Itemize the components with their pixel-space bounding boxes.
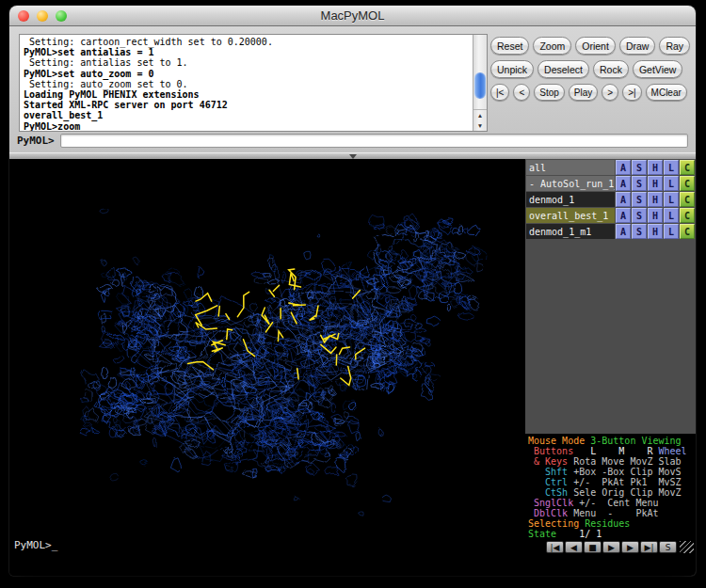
vcr-button[interactable]: ▶ xyxy=(621,541,639,553)
object-a-button[interactable]: A xyxy=(616,192,631,207)
object-a-button[interactable]: A xyxy=(616,176,631,191)
object-h-button[interactable]: H xyxy=(648,208,663,223)
control-button[interactable]: > xyxy=(602,84,618,101)
vcr-button[interactable]: ▶| xyxy=(640,541,658,553)
object-name[interactable]: denmod_1 xyxy=(526,192,615,207)
vcr-controls: |◀◀■▶▶▶|S xyxy=(525,539,696,576)
object-a-button[interactable]: A xyxy=(616,160,631,175)
object-a-button[interactable]: A xyxy=(616,224,631,239)
mouse-panel-text: Shft xyxy=(528,467,573,477)
object-s-button[interactable]: S xyxy=(632,192,647,207)
object-l-button[interactable]: L xyxy=(664,208,679,223)
mouse-panel: Mouse Mode 3-Button Viewing Buttons L M … xyxy=(525,434,696,539)
control-button[interactable]: Rock xyxy=(593,60,629,78)
object-s-button[interactable]: S xyxy=(632,160,647,175)
vcr-button[interactable]: ■ xyxy=(584,541,602,553)
control-button[interactable]: |< xyxy=(490,84,509,101)
close-button[interactable] xyxy=(18,10,29,22)
resize-grip[interactable] xyxy=(680,541,694,553)
mouse-panel-line: Shft +Box -Box Clip MovS xyxy=(528,467,696,477)
vcr-button[interactable]: S xyxy=(659,541,677,553)
pane-splitter[interactable] xyxy=(9,152,696,159)
mouse-panel-text: Ctrl xyxy=(528,477,573,487)
titlebar[interactable]: MacPyMOL xyxy=(9,6,696,26)
mouse-panel-line: Buttons L M R Wheel xyxy=(528,446,696,456)
console-line: PyMOL>zoom xyxy=(24,121,473,131)
control-button[interactable]: Unpick xyxy=(490,60,534,78)
vcr-button[interactable]: |◀ xyxy=(546,541,564,553)
object-s-button[interactable]: S xyxy=(632,176,647,191)
object-c-button[interactable]: C xyxy=(680,224,695,239)
viewport[interactable]: PyMOL>_ xyxy=(9,159,525,576)
control-button[interactable]: < xyxy=(513,84,530,101)
object-l-button[interactable]: L xyxy=(664,224,679,239)
object-c-button[interactable]: C xyxy=(680,208,695,223)
control-button[interactable]: Zoom xyxy=(533,37,571,55)
console-log: Setting: cartoon_rect_width set to 0.200… xyxy=(20,35,473,131)
scrollbar-thumb[interactable] xyxy=(474,72,486,99)
upper-pane: Setting: cartoon_rect_width set to 0.200… xyxy=(9,26,696,152)
object-h-button[interactable]: H xyxy=(648,192,663,207)
control-button[interactable]: GetView xyxy=(633,60,683,78)
object-name[interactable]: all xyxy=(526,160,615,175)
control-button[interactable]: Draw xyxy=(619,37,656,55)
mouse-panel-text: Buttons xyxy=(528,446,573,456)
object-l-button[interactable]: L xyxy=(664,176,679,191)
prompt-label: PyMOL> xyxy=(17,135,55,147)
object-name[interactable]: denmod_1_m1 xyxy=(526,224,615,239)
control-button[interactable]: Stop xyxy=(534,84,565,101)
scroll-down-icon[interactable]: ▼ xyxy=(473,120,487,131)
mouse-panel-text: Menu - PkAt xyxy=(573,508,658,518)
control-button[interactable]: Orient xyxy=(575,37,616,55)
object-row: denmod_1ASHLC xyxy=(526,192,695,207)
object-c-button[interactable]: C xyxy=(680,176,695,191)
object-name[interactable]: overall_best_1 xyxy=(526,208,615,223)
mouse-panel-text: CtSh xyxy=(528,487,573,498)
object-l-button[interactable]: L xyxy=(664,160,679,175)
console-line: PyMOL>set antialias = 1 xyxy=(24,47,473,57)
object-h-button[interactable]: H xyxy=(648,160,663,175)
macpymol-window: MacPyMOL Setting: cartoon_rect_width set… xyxy=(9,6,696,576)
console-line: Started XML-RPC server on port 46712 xyxy=(24,100,473,110)
object-h-button[interactable]: H xyxy=(648,176,663,191)
control-row: |<<StopPlay>>|MClear xyxy=(490,84,690,101)
mouse-panel-text: DblClk xyxy=(528,508,573,518)
mouse-panel-text: Mouse Mode xyxy=(528,436,590,446)
scroll-up-icon[interactable]: ▲ xyxy=(473,110,487,120)
mouse-panel-line: SnglClk +/- Cent Menu xyxy=(528,498,696,508)
object-c-button[interactable]: C xyxy=(680,160,695,175)
console-line: Setting: antialias set to 1. xyxy=(24,57,473,68)
object-row: - AutoSol_run_1_ASHLC xyxy=(526,176,695,191)
object-h-button[interactable]: H xyxy=(648,224,663,239)
control-button[interactable]: MClear xyxy=(646,84,687,101)
maximize-button[interactable] xyxy=(56,10,67,22)
object-l-button[interactable]: L xyxy=(664,192,679,207)
vcr-button[interactable]: ◀ xyxy=(565,541,583,553)
object-s-button[interactable]: S xyxy=(632,224,647,239)
console-scrollbar[interactable]: ▲ ▼ xyxy=(473,35,487,131)
vcr-button[interactable]: ▶ xyxy=(602,541,620,553)
mouse-panel-line: State 1/ 1 xyxy=(528,529,696,539)
mouse-panel-text: +/- Cent Menu xyxy=(573,498,658,508)
object-a-button[interactable]: A xyxy=(616,208,631,223)
scrollbar-arrows: ▲ ▼ xyxy=(473,109,487,131)
mouse-panel-text: & Keys xyxy=(528,456,573,467)
object-name[interactable]: - AutoSol_run_1_ xyxy=(526,176,615,191)
mouse-panel-line: Selecting Residues xyxy=(528,518,696,529)
mouse-panel-text: SnglClk xyxy=(528,498,573,508)
control-button[interactable]: Ray xyxy=(659,37,690,55)
mouse-panel-text: L M R xyxy=(573,446,658,456)
mouse-panel-text: +/- PkAt Pk1 MvSZ xyxy=(573,477,681,487)
object-row: allASHLC xyxy=(526,160,695,175)
control-button[interactable]: Deselect xyxy=(538,60,589,78)
console-line: Loading PyMOL PHENIX extensions xyxy=(24,89,473,100)
control-row: UnpickDeselectRockGetView xyxy=(490,60,690,78)
control-button[interactable]: >| xyxy=(622,84,641,101)
command-input[interactable] xyxy=(60,134,688,148)
object-s-button[interactable]: S xyxy=(632,208,647,223)
minimize-button[interactable] xyxy=(37,10,48,22)
control-button-panel: ResetZoomOrientDrawRayUnpickDeselectRock… xyxy=(490,37,690,101)
control-button[interactable]: Reset xyxy=(490,37,529,55)
control-button[interactable]: Play xyxy=(569,84,598,101)
object-c-button[interactable]: C xyxy=(680,192,695,207)
